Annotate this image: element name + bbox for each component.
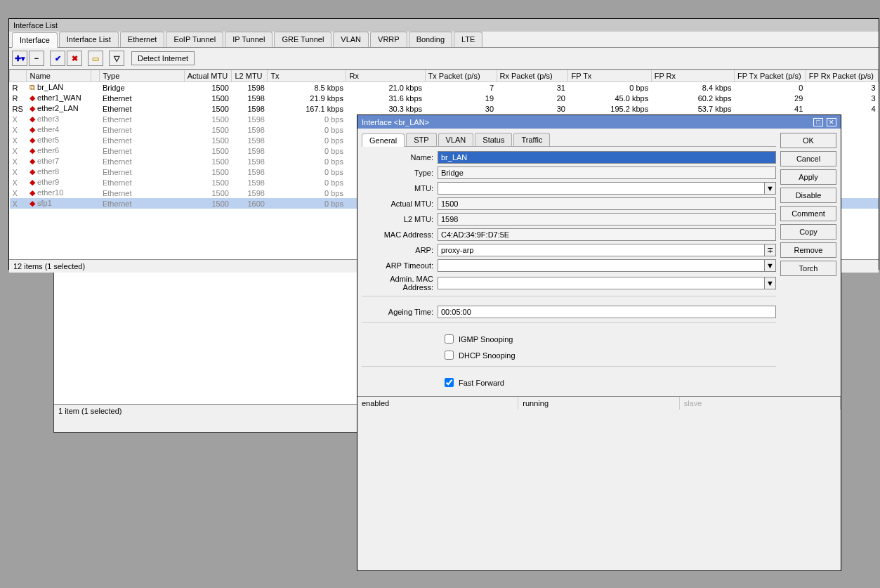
ethernet-icon: ◆ bbox=[29, 104, 35, 112]
arp-timeout-label: ARP Timeout: bbox=[362, 261, 438, 270]
remove-button[interactable]: Remove bbox=[780, 242, 836, 258]
column-header[interactable]: Rx bbox=[346, 70, 425, 82]
arp-timeout-dropdown-icon[interactable]: ▼ bbox=[765, 259, 776, 272]
apply-button[interactable]: Apply bbox=[780, 169, 836, 185]
ethernet-icon: ◆ bbox=[29, 178, 35, 186]
bridge-icon: ⧉ bbox=[29, 83, 35, 91]
dialog-tab-stp[interactable]: STP bbox=[406, 133, 436, 146]
ageing-field[interactable] bbox=[438, 306, 776, 318]
dialog-status: enabled running slave bbox=[357, 396, 841, 410]
dialog-tabs: GeneralSTPVLANStatusTraffic bbox=[362, 133, 776, 147]
dialog-tab-traffic[interactable]: Traffic bbox=[513, 133, 550, 146]
remove-button[interactable]: − bbox=[29, 51, 44, 66]
dhcp-checkbox[interactable] bbox=[445, 351, 454, 360]
actual-mtu-field bbox=[438, 197, 776, 210]
copy-button[interactable]: Copy bbox=[780, 224, 836, 240]
column-header[interactable]: Actual MTU bbox=[184, 70, 232, 82]
column-header[interactable]: FP Rx bbox=[651, 70, 734, 82]
column-header[interactable]: Name bbox=[27, 70, 91, 82]
minimize-icon[interactable]: □ bbox=[813, 118, 823, 126]
name-field[interactable] bbox=[438, 151, 776, 164]
torch-button[interactable]: Torch bbox=[780, 261, 836, 276]
column-header[interactable]: L2 MTU bbox=[232, 70, 268, 82]
comment-button[interactable]: ▭ bbox=[88, 51, 103, 66]
enable-button[interactable]: ✔ bbox=[50, 51, 65, 66]
status-slave: slave bbox=[680, 397, 841, 410]
admin-mac-label: Admin. MAC Address: bbox=[362, 275, 438, 292]
add-button[interactable]: ✚▾ bbox=[12, 51, 27, 66]
column-header[interactable]: Tx bbox=[268, 70, 346, 82]
mtu-field[interactable] bbox=[438, 182, 765, 195]
tab-gre-tunnel[interactable]: GRE Tunnel bbox=[274, 32, 331, 47]
column-header[interactable]: FP Tx Packet (p/s) bbox=[734, 70, 806, 82]
toolbar: ✚▾ − ✔ ✖ ▭ ▽ Detect Internet bbox=[9, 48, 879, 70]
mtu-dropdown-icon[interactable]: ▼ bbox=[765, 182, 776, 195]
dialog-buttons: OKCancelApplyDisableCommentCopyRemoveTor… bbox=[780, 133, 836, 392]
main-tabs: InterfaceInterface ListEthernetEoIP Tunn… bbox=[9, 32, 879, 48]
type-label: Type: bbox=[362, 169, 438, 177]
window-title: Interface List bbox=[9, 19, 879, 32]
detect-internet-button[interactable]: Detect Internet bbox=[131, 51, 195, 65]
cancel-button[interactable]: Cancel bbox=[780, 151, 836, 166]
dialog-tab-status[interactable]: Status bbox=[475, 133, 512, 146]
table-row[interactable]: RS◆ ether2_LANEthernet15001598167.1 kbps… bbox=[10, 103, 879, 114]
actual-mtu-label: Actual MTU: bbox=[362, 200, 438, 208]
arp-field[interactable] bbox=[438, 244, 765, 256]
mtu-label: MTU: bbox=[362, 184, 438, 192]
column-header[interactable] bbox=[10, 70, 27, 82]
ethernet-icon: ◆ bbox=[29, 157, 35, 165]
table-row[interactable]: R◆ ether1_WANEthernet1500159821.9 kbps31… bbox=[10, 93, 879, 103]
tab-ethernet[interactable]: Ethernet bbox=[120, 32, 165, 47]
column-header[interactable]: Rx Packet (p/s) bbox=[497, 70, 568, 82]
ok-button[interactable]: OK bbox=[780, 133, 836, 148]
tab-interface[interactable]: Interface bbox=[12, 32, 58, 48]
l2-mtu-label: L2 MTU: bbox=[362, 215, 438, 223]
igmp-label: IGMP Snooping bbox=[459, 335, 513, 344]
admin-mac-field[interactable] bbox=[438, 277, 765, 289]
tab-lte[interactable]: LTE bbox=[454, 32, 482, 47]
tab-vlan[interactable]: VLAN bbox=[333, 32, 369, 47]
arp-timeout-field[interactable] bbox=[438, 259, 765, 272]
column-header[interactable]: Tx Packet (p/s) bbox=[425, 70, 497, 82]
tab-eoip-tunnel[interactable]: EoIP Tunnel bbox=[166, 32, 223, 47]
arp-label: ARP: bbox=[362, 246, 438, 254]
dialog-tab-vlan[interactable]: VLAN bbox=[438, 133, 474, 146]
admin-mac-dropdown-icon[interactable]: ▼ bbox=[765, 277, 776, 289]
comment-button[interactable]: Comment bbox=[780, 206, 836, 221]
dialog-titlebar[interactable]: Interface <br_LAN> □ ✕ bbox=[357, 115, 841, 129]
tab-ip-tunnel[interactable]: IP Tunnel bbox=[225, 32, 272, 47]
dhcp-label: DHCP Snooping bbox=[459, 351, 515, 360]
table-row[interactable]: R⧉ br_LANBridge150015988.5 kbps21.0 kbps… bbox=[10, 82, 879, 93]
ethernet-icon: ◆ bbox=[29, 167, 35, 176]
type-field bbox=[438, 166, 776, 179]
mac-label: MAC Address: bbox=[362, 230, 438, 239]
mac-field bbox=[438, 228, 776, 241]
column-header[interactable] bbox=[91, 70, 100, 82]
column-header[interactable]: FP Rx Packet (p/s) bbox=[806, 70, 878, 82]
close-icon[interactable]: ✕ bbox=[827, 118, 836, 126]
tab-vrrp[interactable]: VRRP bbox=[370, 32, 407, 47]
name-label: Name: bbox=[362, 153, 438, 162]
ethernet-icon: ◆ bbox=[29, 146, 35, 155]
ethernet-icon: ◆ bbox=[29, 136, 35, 144]
column-header[interactable]: FP Tx bbox=[568, 70, 651, 82]
disable-button[interactable]: ✖ bbox=[67, 51, 82, 66]
ageing-label: Ageing Time: bbox=[362, 308, 438, 316]
interface-dialog: Interface <br_LAN> □ ✕ GeneralSTPVLANSta… bbox=[357, 115, 841, 571]
ethernet-icon: ◆ bbox=[29, 188, 35, 197]
column-header[interactable]: Type bbox=[100, 70, 184, 82]
ff-label: Fast Forward bbox=[459, 379, 504, 387]
arp-dropdown-icon[interactable]: ∓ bbox=[765, 244, 776, 256]
ethernet-icon: ◆ bbox=[29, 93, 35, 102]
ff-checkbox[interactable] bbox=[445, 378, 454, 387]
disable-button[interactable]: Disable bbox=[780, 188, 836, 203]
filter-button[interactable]: ▽ bbox=[109, 51, 124, 66]
status-enabled: enabled bbox=[357, 397, 518, 410]
igmp-checkbox[interactable] bbox=[445, 334, 454, 344]
l2-mtu-field bbox=[438, 213, 776, 226]
dialog-tab-general[interactable]: General bbox=[362, 133, 405, 147]
tab-interface-list[interactable]: Interface List bbox=[59, 32, 119, 47]
dialog-title: Interface <br_LAN> bbox=[362, 118, 429, 126]
ethernet-icon: ◆ bbox=[29, 125, 35, 133]
tab-bonding[interactable]: Bonding bbox=[409, 32, 452, 47]
